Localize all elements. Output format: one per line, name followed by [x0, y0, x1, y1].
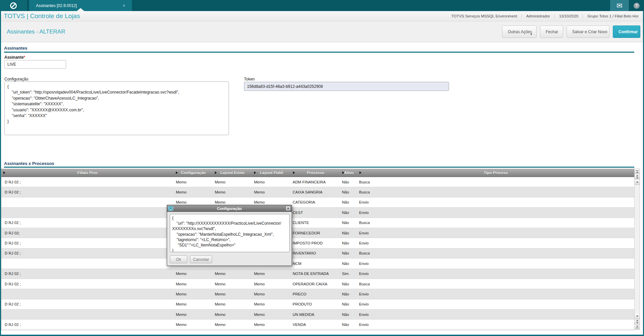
grid-cell[interactable]: D RJ 02 ; — [1, 218, 174, 228]
grid-cell[interactable]: Não — [340, 238, 357, 248]
grid-cell[interactable]: Não — [340, 198, 357, 207]
grid-cell[interactable]: D RJ 02 ; — [1, 269, 174, 279]
grid-cell[interactable]: Busca — [357, 218, 634, 228]
grid-cell[interactable]: NCM — [291, 259, 340, 268]
grid-cell[interactable]: Não — [340, 208, 357, 217]
token-input[interactable] — [244, 82, 449, 91]
grid-row[interactable]: D RJ 02 ;MemoMemoMemoADM FINANCEIRANãoBu… — [1, 177, 634, 187]
grid-cell[interactable]: Envio — [357, 238, 634, 248]
grid-cell[interactable]: Envio — [357, 269, 634, 279]
grid-cell[interactable]: D RJ 02 ; — [1, 187, 174, 197]
dialog-configuracao-textarea[interactable]: { "url": "http://XXXXXXXXXXXX/PracticoLi… — [170, 214, 290, 252]
fechar-button[interactable]: Fechar — [540, 25, 563, 38]
grid-cell[interactable]: Memo — [252, 187, 291, 197]
grid-cell[interactable]: D RJ 02 ; — [1, 248, 174, 258]
grid-cell[interactable]: Não — [340, 218, 357, 228]
grid-cell[interactable]: D RJ 02 ; — [1, 320, 174, 329]
grid-cell[interactable]: Envio — [357, 208, 634, 217]
grid-cell[interactable]: Memo — [174, 279, 213, 289]
grid-cell[interactable]: Busca — [357, 187, 634, 197]
grid-cell[interactable]: Memo — [252, 299, 291, 309]
grid-cell[interactable]: Memo — [213, 299, 252, 309]
scroll-to-bottom-button[interactable] — [634, 325, 640, 330]
dialog-close-button[interactable]: x — [286, 206, 291, 211]
grid-row[interactable]: D RJ 02 ;MemoMemoMemoPRODUTONãoEnvio — [1, 299, 634, 310]
grid-cell[interactable]: Memo — [252, 320, 291, 329]
grid-cell[interactable]: Busca — [357, 248, 634, 258]
grid-row[interactable]: D RJ 02 ;MemoMemoMemoOPERADOR CAIXANãoBu… — [1, 279, 634, 289]
grid-cell[interactable]: UN MEDIDA — [291, 310, 340, 319]
grid-row[interactable]: MemoMemoMemoCATEGORIANãoEnvio — [1, 198, 634, 208]
grid-row[interactable]: D RJ 02 ;MemoMemoMemoNOTA DE ENTRADASimE… — [1, 269, 634, 279]
grid-cell[interactable]: Não — [340, 259, 357, 268]
grid-cell[interactable]: Memo — [213, 320, 252, 329]
grid-cell[interactable]: Não — [340, 320, 357, 329]
grid-header-cell[interactable]: Layout Publi — [252, 169, 291, 177]
scroll-line-down-button[interactable] — [634, 314, 640, 319]
grid-cell[interactable]: NOTA DE ENTRADA — [291, 269, 340, 279]
grid-cell[interactable]: Envio — [357, 320, 634, 329]
help-button[interactable]: ? — [629, 0, 644, 11]
grid-cell[interactable]: Envio — [357, 198, 634, 207]
totvs-menu-button[interactable] — [0, 0, 27, 11]
grid-cell[interactable]: Memo — [252, 310, 291, 319]
grid-cell[interactable] — [1, 259, 174, 268]
scroll-page-down-button[interactable] — [634, 319, 640, 325]
scroll-to-top-button[interactable] — [634, 169, 640, 174]
grid-cell[interactable]: Memo — [174, 299, 213, 309]
grid-cell[interactable]: Memo — [213, 269, 252, 279]
grid-cell[interactable] — [1, 208, 174, 217]
grid-header-cell[interactable]: Filiais Proc — [1, 169, 174, 177]
outras-acoes-button[interactable]: Outras Ações ▼ — [502, 25, 537, 38]
grid-cell[interactable]: Busca — [357, 279, 634, 289]
grid-cell[interactable]: Memo — [213, 279, 252, 289]
grid-header-cell[interactable]: Layout Envio — [213, 169, 252, 177]
grid-cell[interactable]: PRODUTO — [291, 299, 340, 309]
grid-cell[interactable]: D RJ 02; — [1, 228, 174, 238]
scrollbar-track[interactable] — [634, 185, 640, 314]
scroll-line-up-button[interactable] — [634, 179, 640, 185]
grid-cell[interactable]: Memo — [252, 269, 291, 279]
grid-cell[interactable]: Não — [340, 228, 357, 238]
grid-cell[interactable]: Não — [340, 289, 357, 299]
grid-cell[interactable]: Memo — [252, 289, 291, 299]
grid-cell[interactable]: D RJ 02 ; — [1, 177, 174, 187]
assinante-input[interactable] — [4, 60, 66, 69]
grid-cell[interactable]: Envio — [357, 259, 634, 268]
grid-cell[interactable]: D RJ 02 ; — [1, 299, 174, 309]
grid-cell[interactable] — [1, 310, 174, 319]
grid-cell[interactable]: Memo — [213, 177, 252, 187]
grid-cell[interactable]: Memo — [213, 310, 252, 319]
grid-cell[interactable]: Memo — [174, 320, 213, 329]
grid-row[interactable]: D RJ 02 ;MemoMemoMemoVENDANãoEnvio — [1, 320, 634, 330]
grid-cell[interactable]: Envio — [357, 299, 634, 309]
grid-row[interactable]: D RJ 02 ;MemoMemoMemoINVENTARIONãoBusca — [1, 248, 634, 259]
grid-cell[interactable]: Não — [340, 187, 357, 197]
grid-cell[interactable]: Memo — [252, 279, 291, 289]
grid-cell[interactable]: FORNECEDOR — [291, 228, 340, 238]
grid-row[interactable]: D RJ 02 ;MemoMemoMemoCLIENTENãoBusca — [1, 218, 634, 228]
grid-cell[interactable]: PRECO — [291, 289, 340, 299]
grid-cell[interactable]: Memo — [174, 289, 213, 299]
grid-cell[interactable]: ADM FINANCEIRA — [291, 177, 340, 187]
grid-cell[interactable]: OPERADOR CAIXA — [291, 279, 340, 289]
grid-header-cell[interactable]: Processo — [291, 169, 340, 177]
grid-cell[interactable]: Memo — [174, 187, 213, 197]
grid-header-cell[interactable]: Configuração — [174, 169, 213, 177]
ok-button[interactable]: Ok — [170, 256, 187, 263]
grid-row[interactable]: D RJ 02;MemoMemoMemoFORNECEDORNãoEnvio — [1, 228, 634, 238]
grid-cell[interactable]: CLIENTE — [291, 218, 340, 228]
grid-cell[interactable]: CATEGORIA — [291, 198, 340, 207]
grid-cell[interactable]: IMPOSTO PROD — [291, 238, 340, 248]
mail-button[interactable]: ✉ — [610, 0, 629, 11]
grid-cell[interactable]: INVENTARIO — [291, 248, 340, 258]
grid-cell[interactable]: CEST — [291, 208, 340, 217]
grid-cell[interactable]: Busca — [357, 177, 634, 187]
grid-header-cell[interactable]: Ativo — [340, 169, 357, 177]
configuracao-textarea[interactable]: { "url_token": "http://sposrvlqadev004/P… — [4, 81, 229, 135]
grid-row[interactable]: D RJ 02 ;MemoMemoMemoIMPOSTO PRODNãoEnvi… — [1, 238, 634, 248]
grid-cell[interactable]: Não — [340, 310, 357, 319]
grid-cell[interactable]: Não — [340, 177, 357, 187]
grid-row[interactable]: MemoMemoMemoUN MEDIDANãoEnvio — [1, 310, 634, 320]
grid-cell[interactable]: Memo — [213, 187, 252, 197]
